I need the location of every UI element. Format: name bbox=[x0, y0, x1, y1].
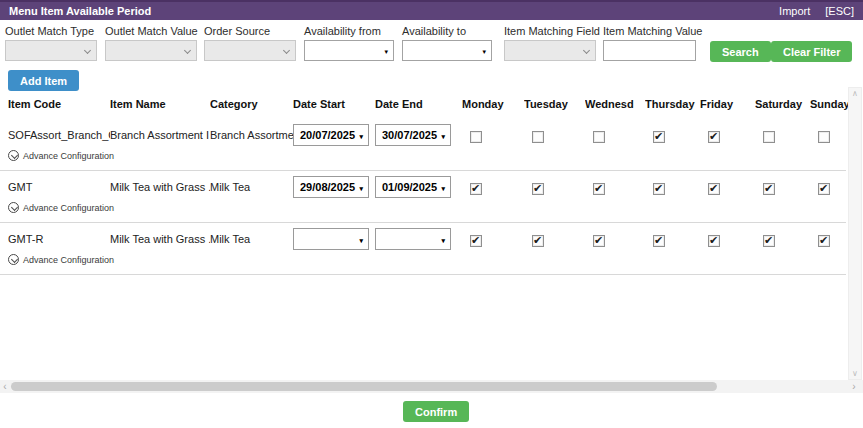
checkbox-thursday[interactable] bbox=[653, 131, 665, 143]
checkbox-monday[interactable] bbox=[470, 235, 482, 247]
page-title: Menu Item Available Period bbox=[9, 5, 151, 17]
category-cell: Milk Tea bbox=[210, 176, 293, 199]
availability-to-dropdown[interactable]: ▾ bbox=[402, 40, 492, 61]
chevron-down-icon bbox=[283, 47, 290, 54]
column-header-friday: Friday bbox=[700, 98, 755, 110]
checkbox-sunday[interactable] bbox=[818, 131, 830, 143]
table-row: GMT Milk Tea with Grass . Milk Tea 29/08… bbox=[0, 171, 846, 223]
column-header-item-code: Item Code bbox=[8, 98, 110, 110]
order-source-label: Order Source bbox=[204, 25, 296, 37]
column-header-saturday: Saturday bbox=[755, 98, 810, 110]
column-header-wednesday: Wednesd bbox=[585, 98, 645, 110]
dropdown-arrow-icon: ▾ bbox=[441, 133, 445, 140]
vertical-scrollbar[interactable]: ∧ ∨ bbox=[848, 87, 862, 380]
order-source-select[interactable] bbox=[204, 40, 296, 61]
item-name-cell: Branch Assortment I bbox=[110, 124, 210, 147]
item-matching-field-select[interactable] bbox=[504, 40, 596, 61]
column-header-monday: Monday bbox=[462, 98, 524, 110]
chevron-down-circle-icon bbox=[8, 254, 19, 265]
scroll-down-icon[interactable]: ∨ bbox=[852, 369, 858, 378]
dropdown-arrow-icon: ▾ bbox=[384, 48, 388, 55]
column-header-thursday: Thursday bbox=[645, 98, 700, 110]
scroll-up-icon[interactable]: ∧ bbox=[852, 89, 858, 98]
date-end-dropdown[interactable]: 01/09/2025▾ bbox=[375, 176, 451, 198]
scrollbar-thumb[interactable] bbox=[11, 382, 717, 391]
dropdown-arrow-icon: ▾ bbox=[359, 237, 363, 244]
table-row: GMT-R Milk Tea with Grass . Milk Tea ▾ ▾… bbox=[0, 223, 846, 275]
item-code-cell: GMT bbox=[8, 176, 110, 199]
checkbox-thursday[interactable] bbox=[653, 235, 665, 247]
dropdown-arrow-icon: ▾ bbox=[359, 133, 363, 140]
item-name-cell: Milk Tea with Grass . bbox=[110, 228, 210, 251]
filter-bar: Outlet Match Type Outlet Match Value Ord… bbox=[0, 20, 863, 68]
dropdown-arrow-icon: ▾ bbox=[482, 48, 486, 55]
title-bar: Menu Item Available Period Import [ESC] bbox=[0, 0, 863, 20]
dropdown-arrow-icon: ▾ bbox=[441, 237, 445, 244]
checkbox-saturday[interactable] bbox=[763, 235, 775, 247]
category-cell: Branch Assortme bbox=[210, 124, 293, 147]
scroll-left-icon[interactable]: ‹ bbox=[0, 382, 10, 392]
checkbox-wednesday[interactable] bbox=[593, 183, 605, 195]
checkbox-friday[interactable] bbox=[708, 183, 720, 195]
checkbox-friday[interactable] bbox=[708, 131, 720, 143]
checkbox-tuesday[interactable] bbox=[532, 131, 544, 143]
checkbox-sunday[interactable] bbox=[818, 183, 830, 195]
column-header-date-end: Date End bbox=[375, 98, 462, 110]
date-end-dropdown[interactable]: 30/07/2025▾ bbox=[375, 124, 451, 146]
column-header-category: Category bbox=[210, 98, 293, 110]
dropdown-arrow-icon: ▾ bbox=[359, 185, 363, 192]
chevron-down-icon bbox=[84, 47, 91, 54]
scroll-right-icon[interactable]: › bbox=[849, 382, 859, 392]
outlet-match-type-label: Outlet Match Type bbox=[5, 25, 97, 37]
menu-item-available-period-window: Menu Item Available Period Import [ESC] … bbox=[0, 0, 863, 428]
checkbox-monday[interactable] bbox=[470, 183, 482, 195]
checkbox-wednesday[interactable] bbox=[593, 131, 605, 143]
chevron-down-icon bbox=[184, 47, 191, 54]
checkbox-sunday[interactable] bbox=[818, 235, 830, 247]
date-end-dropdown[interactable]: ▾ bbox=[375, 228, 451, 250]
table-row: SOFAssort_Branch_C Branch Assortment I B… bbox=[0, 119, 846, 171]
category-cell: Milk Tea bbox=[210, 228, 293, 251]
availability-from-dropdown[interactable]: ▾ bbox=[304, 40, 394, 61]
outlet-match-type-select[interactable] bbox=[5, 40, 97, 61]
outlet-match-value-label: Outlet Match Value bbox=[105, 25, 197, 37]
chevron-down-icon bbox=[583, 47, 590, 54]
item-code-cell: GMT-R bbox=[8, 228, 110, 251]
item-matching-field-label: Item Matching Field bbox=[504, 25, 596, 37]
column-header-sunday: Sunday bbox=[810, 98, 848, 110]
checkbox-saturday[interactable] bbox=[763, 183, 775, 195]
chevron-down-circle-icon bbox=[8, 202, 19, 213]
column-header-date-start: Date Start bbox=[293, 98, 375, 110]
checkbox-friday[interactable] bbox=[708, 235, 720, 247]
advance-configuration-toggle[interactable]: Advance Configuration bbox=[8, 150, 114, 161]
table-body: SOFAssort_Branch_C Branch Assortment I B… bbox=[0, 119, 846, 275]
date-start-dropdown[interactable]: ▾ bbox=[293, 228, 369, 250]
item-name-cell: Milk Tea with Grass . bbox=[110, 176, 210, 199]
advance-configuration-toggle[interactable]: Advance Configuration bbox=[8, 202, 114, 213]
item-matching-value-input[interactable] bbox=[603, 40, 696, 61]
checkbox-tuesday[interactable] bbox=[532, 235, 544, 247]
item-code-cell: SOFAssort_Branch_C bbox=[8, 124, 110, 147]
add-item-button[interactable]: Add Item bbox=[8, 70, 79, 91]
item-matching-value-label: Item Matching Value bbox=[603, 25, 696, 37]
checkbox-wednesday[interactable] bbox=[593, 235, 605, 247]
column-header-item-name: Item Name bbox=[110, 98, 210, 110]
import-button[interactable]: Import bbox=[779, 5, 810, 17]
search-button[interactable]: Search bbox=[710, 41, 771, 62]
availability-to-label: Availability to bbox=[402, 25, 492, 37]
advance-configuration-toggle[interactable]: Advance Configuration bbox=[8, 254, 114, 265]
date-start-dropdown[interactable]: 29/08/2025▾ bbox=[293, 176, 369, 198]
availability-from-label: Availability from bbox=[304, 25, 394, 37]
table-header: Item Code Item Name Category Date Start … bbox=[0, 98, 847, 110]
horizontal-scrollbar[interactable]: ‹ › bbox=[0, 380, 863, 393]
clear-filter-button[interactable]: Clear Filter bbox=[771, 41, 852, 62]
checkbox-saturday[interactable] bbox=[763, 131, 775, 143]
checkbox-tuesday[interactable] bbox=[532, 183, 544, 195]
dropdown-arrow-icon: ▾ bbox=[441, 185, 445, 192]
outlet-match-value-select[interactable] bbox=[105, 40, 197, 61]
checkbox-monday[interactable] bbox=[470, 131, 482, 143]
confirm-button[interactable]: Confirm bbox=[403, 401, 469, 422]
checkbox-thursday[interactable] bbox=[653, 183, 665, 195]
esc-button[interactable]: [ESC] bbox=[825, 5, 854, 17]
date-start-dropdown[interactable]: 20/07/2025▾ bbox=[293, 124, 369, 146]
